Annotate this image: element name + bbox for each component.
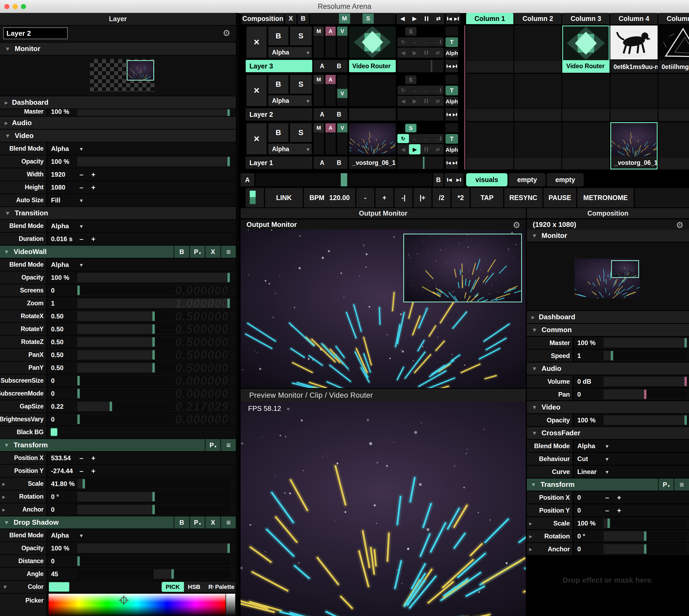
effect-button-x[interactable]: X [205, 516, 220, 528]
slider-track[interactable] [77, 556, 230, 566]
param-value-scale[interactable]: 100 % [574, 517, 689, 529]
param-value-pany[interactable]: 0.500.500000 [47, 362, 236, 374]
param-value-blend-mode[interactable]: Alpha▾ [47, 220, 236, 232]
param-value-screens[interactable]: 00.000000 [47, 284, 236, 296]
increment-button[interactable]: + [91, 183, 95, 192]
layer-trigger-button[interactable]: T [445, 86, 458, 95]
increment-button[interactable]: + [91, 235, 95, 243]
layer-bypass-button[interactable]: B [268, 27, 288, 45]
layer-name-input[interactable] [3, 27, 68, 39]
layer-clear-button[interactable]: × [246, 123, 267, 154]
param-value-position-y[interactable]: -274.44–+ [47, 465, 236, 477]
color-mode-tab-hsb[interactable]: HSB [184, 582, 204, 592]
param-value-black-bg[interactable] [47, 426, 236, 438]
deck-tab-visuals-0[interactable]: visuals [466, 173, 508, 186]
playmode-forward-button[interactable]: → [421, 134, 432, 143]
bpm-button-tap[interactable]: TAP [471, 188, 503, 207]
layer-blend-dropdown[interactable]: Alpha▾ [268, 144, 312, 154]
crossfader-handle[interactable] [341, 173, 347, 186]
jump-first-button[interactable]: ◀ [447, 13, 452, 24]
clip-jump-first-button[interactable]: ◀ [447, 108, 451, 120]
slider-thumb[interactable] [153, 363, 155, 372]
decrement-button[interactable]: – [605, 493, 609, 502]
param-value-rotatex[interactable]: 0.500.500000 [47, 310, 236, 322]
layer-clear-button[interactable]: × [246, 75, 267, 106]
slider-thumb[interactable] [227, 273, 230, 282]
param-value-position-y[interactable]: 0–+ [574, 504, 689, 516]
slider-track[interactable] [77, 273, 230, 282]
slider-thumb[interactable] [153, 324, 155, 334]
param-value-behaviour[interactable]: Cut▾ [574, 453, 689, 465]
slider-thumb[interactable] [77, 286, 80, 295]
param-value-blend-mode[interactable]: Alpha▾ [47, 529, 236, 541]
composition-menu-button[interactable]: Composition [242, 13, 284, 24]
slider-track[interactable] [77, 109, 230, 116]
direction-pause-button[interactable] [421, 144, 432, 154]
slider-track[interactable] [77, 544, 230, 553]
section-header-dashboard[interactable]: ▸Dashboard [527, 311, 689, 323]
clip-name-strip[interactable]: 0et6k1ms9uu-m... [610, 61, 658, 73]
direction-random-button[interactable]: ⇄ [432, 144, 444, 154]
decrement-button[interactable]: – [80, 454, 83, 462]
decrement-button[interactable]: – [80, 170, 83, 179]
section-header-audio[interactable]: ▼Audio [527, 362, 689, 375]
layer-trigger-button[interactable]: T [445, 37, 458, 47]
m-toggle-button[interactable]: M [314, 27, 324, 36]
param-value-master[interactable]: 100 % [47, 109, 236, 116]
clip-cell[interactable]: _vostorg_06_1 [610, 122, 658, 170]
bpm-display[interactable]: BPM120.00 [304, 188, 355, 207]
clip-jump-last-button[interactable]: ▶ [453, 108, 457, 120]
direction-prev-button[interactable]: ◀ [397, 144, 409, 154]
bpm-button-resync[interactable]: RESYNC [504, 188, 542, 207]
a-toggle-button[interactable]: A [326, 27, 336, 36]
slider-thumb[interactable] [77, 415, 80, 424]
effect-button-p[interactable]: P▾ [658, 479, 673, 490]
section-header-video[interactable]: ▼Video [0, 130, 236, 142]
deck-jump-last-button[interactable]: ▶ [457, 173, 461, 186]
slider-thumb[interactable] [227, 544, 230, 553]
assign-a-button[interactable]: A [320, 111, 324, 118]
effect-header-drop-shadow[interactable]: ▼Drop ShadowBP▾X≡ [0, 516, 236, 528]
slider-track[interactable] [77, 492, 230, 501]
param-value-subscreensize[interactable]: 00.000000 [47, 375, 236, 387]
layer-solo-button[interactable]: S [290, 75, 312, 94]
slider-thumb[interactable] [153, 350, 155, 359]
playmode-loop-button[interactable]: ↻ [397, 37, 409, 46]
layer-name-layer-2[interactable]: Layer 2 [246, 108, 312, 120]
section-header-monitor[interactable]: ▼Monitor [0, 43, 236, 55]
composition-gear-icon[interactable]: ⚙ [676, 220, 684, 230]
layer-name-layer-1[interactable]: Layer 1 [246, 157, 312, 169]
playmode-forward-button[interactable]: → [421, 37, 432, 46]
slider-track[interactable] [77, 157, 230, 166]
assign-b-button[interactable]: B [337, 63, 341, 70]
m-toggle-lane[interactable]: M [314, 27, 324, 58]
slider-thumb[interactable] [685, 377, 687, 386]
bpm-button-[interactable]: -| [395, 188, 413, 207]
bpm-button-2[interactable]: /2 [432, 188, 450, 207]
decrement-button[interactable]: – [80, 183, 83, 192]
slider-track[interactable] [604, 544, 687, 554]
tempo-icon-cell[interactable] [246, 188, 264, 207]
link-button[interactable]: LINK [265, 188, 303, 207]
layer-solo-button[interactable]: S [290, 27, 312, 45]
layer-clip-name[interactable]: Video Router [349, 60, 396, 72]
clip-jump-last-button[interactable]: ▶ [453, 157, 457, 169]
param-value-blend-mode[interactable]: Alpha▾ [47, 142, 236, 155]
param-value-duration[interactable]: 0.016 s–+ [47, 233, 236, 245]
layer-settings-gear-icon[interactable]: ⚙ [223, 28, 230, 38]
param-value-auto-size[interactable]: Fill▾ [47, 194, 236, 206]
layer-active-clip-thumbnail[interactable] [349, 27, 396, 58]
param-value-height[interactable]: 1080–+ [47, 181, 236, 193]
slider-track[interactable] [604, 377, 687, 386]
composition-master-button[interactable]: M [339, 14, 350, 24]
param-value-opacity[interactable]: 100 % [574, 414, 689, 426]
section-header-transition[interactable]: ▼Transition [0, 207, 236, 219]
layer-clip-name[interactable] [349, 108, 396, 120]
slider-thumb[interactable] [153, 311, 155, 321]
a-toggle-button[interactable]: A [326, 123, 336, 132]
param-value-position-x[interactable]: 533.54–+ [47, 452, 236, 464]
param-value-rotation[interactable]: 0 ° [574, 530, 689, 542]
slider-thumb[interactable] [172, 569, 174, 579]
effect-button-menu[interactable]: ≡ [220, 246, 236, 258]
effect-header-transform[interactable]: ▼TransformP▾≡ [0, 439, 236, 451]
